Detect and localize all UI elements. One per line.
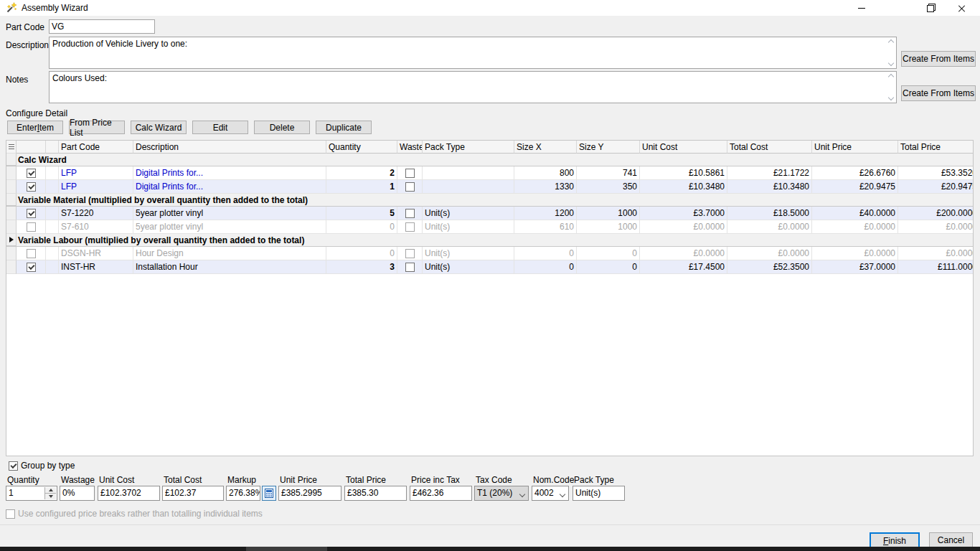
cell-size_y[interactable]: 741 — [577, 166, 640, 180]
cell-unit_cost[interactable]: £3.7000 — [640, 207, 727, 220]
cell-pack_type[interactable]: Unit(s) — [423, 220, 514, 234]
cell-size_x[interactable]: 0 — [514, 247, 577, 260]
cell-total_cost[interactable]: £10.3480 — [727, 180, 812, 194]
cell-quantity[interactable]: 0 — [326, 247, 397, 260]
cell-unit_price[interactable]: £37.0000 — [812, 260, 898, 274]
description-textarea[interactable]: Production of Vehicle Livery to one: — [49, 37, 897, 69]
cell-description[interactable]: Installation Hour — [133, 260, 326, 274]
cell-description[interactable]: 5year plotter vinyl — [133, 220, 326, 234]
cell-size_y[interactable]: 1000 — [577, 220, 640, 234]
cell-part_code[interactable]: S7-1220 — [59, 207, 133, 220]
restore-button[interactable] — [913, 0, 946, 16]
cell-total_price[interactable]: £0.0000 — [898, 220, 974, 234]
waste-checkbox[interactable] — [405, 249, 415, 258]
cell-size_x[interactable]: 610 — [514, 220, 577, 234]
cell-total_cost[interactable]: £52.3500 — [727, 260, 812, 274]
cell-unit_cost[interactable]: £0.0000 — [640, 247, 727, 260]
cell-unit_cost[interactable]: £10.5861 — [640, 166, 727, 180]
cell-total_price[interactable]: £200.0000 — [898, 207, 974, 220]
cell-description[interactable]: Hour Design — [133, 247, 326, 260]
minimize-button[interactable] — [845, 0, 877, 16]
cell-pack_type[interactable] — [423, 166, 514, 180]
total_cost-input[interactable]: £102.37 — [162, 486, 224, 501]
include-item-checkbox[interactable] — [27, 169, 36, 178]
include-item-checkbox[interactable] — [27, 249, 36, 258]
cell-size_x[interactable]: 1330 — [514, 180, 577, 194]
nom_code-select[interactable]: 4002 — [532, 486, 569, 501]
column-header-unit_cost[interactable]: Unit Cost — [640, 141, 727, 154]
waste-checkbox[interactable] — [405, 182, 415, 192]
column-header-unit_price[interactable]: Unit Price — [812, 141, 898, 154]
waste-checkbox[interactable] — [405, 263, 415, 272]
cell-unit_cost[interactable]: £0.0000 — [640, 220, 727, 234]
scroll-down-icon[interactable] — [888, 60, 894, 66]
total_price-input[interactable]: £385.30 — [344, 486, 407, 501]
cell-unit_price[interactable]: £26.6760 — [812, 166, 898, 180]
include-item-checkbox[interactable] — [27, 209, 36, 218]
grid-customize-icon[interactable] — [9, 144, 14, 149]
toolbar-button-edit[interactable]: Edit — [192, 121, 248, 134]
column-header-size_x[interactable]: Size X — [514, 141, 577, 154]
waste-checkbox[interactable] — [405, 169, 415, 178]
cell-quantity[interactable]: 0 — [326, 220, 397, 234]
waste-checkbox[interactable] — [405, 222, 415, 232]
cell-unit_cost[interactable]: £10.3480 — [640, 180, 727, 194]
include-item-checkbox[interactable] — [27, 222, 36, 232]
column-header-size_y[interactable]: Size Y — [577, 141, 640, 154]
toolbar-button-delete[interactable]: Delete — [254, 121, 310, 134]
cell-unit_cost[interactable]: £17.4500 — [640, 260, 727, 274]
close-button[interactable] — [946, 0, 978, 16]
waste-checkbox[interactable] — [405, 209, 415, 218]
cell-size_y[interactable]: 1000 — [577, 207, 640, 220]
column-header-pack_type[interactable]: Pack Type — [423, 141, 514, 154]
part-code-input[interactable]: VG — [49, 19, 155, 34]
cell-pack_type[interactable]: Unit(s) — [423, 247, 514, 260]
cell-total_cost[interactable]: £18.5000 — [727, 207, 812, 220]
column-header-waste[interactable]: Waste — [397, 141, 423, 154]
column-header-total_price[interactable]: Total Price — [898, 141, 974, 154]
markup-calculator-button[interactable] — [262, 486, 276, 501]
quantity-spinner[interactable] — [44, 487, 56, 499]
markup-input[interactable]: 276.38% — [226, 486, 260, 501]
pack_type-input[interactable]: Unit(s) — [573, 486, 625, 501]
cell-size_x[interactable]: 800 — [514, 166, 577, 180]
include-item-checkbox[interactable] — [27, 182, 36, 192]
cell-total_price[interactable]: £0.0000 — [898, 247, 974, 260]
notes-textarea[interactable]: Colours Used: — [49, 71, 897, 103]
cell-part_code[interactable]: DSGN-HR — [59, 247, 133, 260]
column-header-total_cost[interactable]: Total Cost — [727, 141, 812, 154]
cell-part_code[interactable]: LFP — [59, 180, 133, 194]
cell-total_price[interactable]: £53.3520 — [898, 166, 974, 180]
spinner-up-icon[interactable] — [45, 487, 56, 494]
cell-unit_price[interactable]: £40.0000 — [812, 207, 898, 220]
column-header-quantity[interactable]: Quantity — [326, 141, 397, 154]
cell-description[interactable]: Digital Prints for... — [133, 180, 326, 194]
tax_code-select[interactable]: T1 (20%) — [474, 486, 529, 501]
unit_cost-input[interactable]: £102.3702 — [98, 486, 160, 501]
cell-total_cost[interactable]: £21.1722 — [727, 166, 812, 180]
cell-total_cost[interactable]: £0.0000 — [727, 220, 812, 234]
unit_price-input[interactable]: £385.2995 — [278, 486, 341, 501]
cell-size_y[interactable]: 350 — [577, 180, 640, 194]
cell-total_price[interactable]: £20.9475 — [898, 180, 974, 194]
cell-pack_type[interactable]: Unit(s) — [423, 207, 514, 220]
spinner-down-icon[interactable] — [45, 494, 56, 499]
quantity-input[interactable]: 1 — [6, 486, 57, 501]
cell-description[interactable]: Digital Prints for... — [133, 166, 326, 180]
toolbar-button-from-price-list[interactable]: From Price List — [69, 121, 125, 134]
cell-quantity[interactable]: 2 — [326, 166, 397, 180]
create-from-items-button-notes[interactable]: Create From Items — [901, 85, 976, 101]
toolbar-button-enter-item[interactable]: Enter Item — [7, 121, 63, 134]
cell-total_price[interactable]: £111.0000 — [898, 260, 974, 274]
cell-part_code[interactable]: S7-610 — [59, 220, 133, 234]
scroll-down-icon[interactable] — [888, 95, 894, 100]
cell-size_x[interactable]: 1200 — [514, 207, 577, 220]
cell-pack_type[interactable] — [423, 180, 514, 194]
cell-total_cost[interactable]: £0.0000 — [727, 247, 812, 260]
cell-part_code[interactable]: LFP — [59, 166, 133, 180]
group-by-type-checkbox[interactable]: Group by type — [9, 461, 75, 471]
price_inc_tax-input[interactable]: £462.36 — [410, 486, 472, 501]
cell-quantity[interactable]: 5 — [326, 207, 397, 220]
cell-size_y[interactable]: 0 — [577, 247, 640, 260]
cell-quantity[interactable]: 3 — [326, 260, 397, 274]
